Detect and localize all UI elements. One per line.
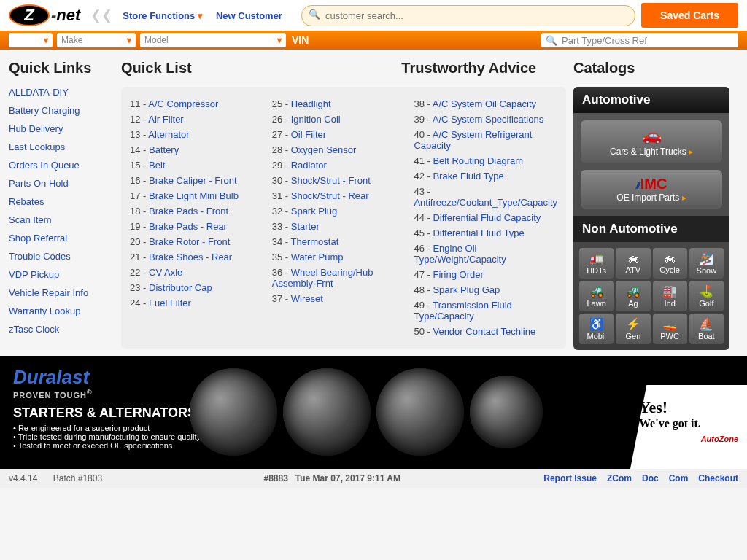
catalog-icon: 🏍 bbox=[654, 252, 686, 265]
list-link[interactable]: Spark Plug Gap bbox=[433, 284, 500, 295]
banner-title: STARTERS & ALTERNATORS bbox=[13, 405, 201, 421]
list-link[interactable]: Brake Pads - Rear bbox=[149, 221, 227, 232]
list-link[interactable]: Ignition Coil bbox=[291, 114, 341, 125]
list-link[interactable]: A/C Compressor bbox=[148, 98, 218, 109]
list-link[interactable]: Wheel Bearing/Hub Assembly-Frnt bbox=[272, 267, 374, 289]
catalog-icon: 🚜 bbox=[617, 284, 649, 298]
list-item: 18 - Brake Pads - Front bbox=[130, 206, 266, 217]
list-link[interactable]: Brake Rotor - Front bbox=[149, 236, 230, 247]
list-link[interactable]: Transmission Fluid Type/Capacity bbox=[414, 300, 511, 322]
catalog-icon: 🚤 bbox=[654, 317, 686, 331]
catalog-panel: Automotive 🚗 Cars & Light Trucks ▸ ///IM… bbox=[573, 87, 729, 350]
footer-link-doc[interactable]: Doc bbox=[642, 473, 659, 483]
list-item: 22 - CV Axle bbox=[130, 267, 266, 278]
catalog-cell-pwc[interactable]: 🚤PWC bbox=[653, 314, 687, 344]
quick-link[interactable]: Scan Item bbox=[9, 214, 114, 225]
quick-link[interactable]: Trouble Codes bbox=[9, 251, 114, 262]
list-link[interactable]: Brake Pads - Front bbox=[149, 206, 228, 217]
batch-label: Batch #1803 bbox=[53, 473, 102, 483]
back-icon[interactable]: ❮❮ bbox=[90, 7, 112, 23]
make-select[interactable]: Make▾ bbox=[57, 33, 136, 47]
list-link[interactable]: Battery bbox=[149, 144, 179, 155]
list-link[interactable]: Water Pump bbox=[291, 252, 344, 262]
list-link[interactable]: Brake Shoes - Rear bbox=[149, 252, 232, 262]
list-link[interactable]: Brake Fluid Type bbox=[433, 171, 503, 182]
list-link[interactable]: Shock/Strut - Rear bbox=[291, 190, 369, 201]
list-link[interactable]: CV Axle bbox=[149, 267, 182, 278]
list-link[interactable]: Wireset bbox=[291, 293, 323, 304]
quick-link[interactable]: Shop Referral bbox=[9, 233, 114, 244]
customer-search-input[interactable] bbox=[301, 5, 635, 26]
list-link[interactable]: Spark Plug bbox=[291, 206, 338, 217]
footer-link-report-issue[interactable]: Report Issue bbox=[543, 473, 597, 483]
list-link[interactable]: Vendor Contact Techline bbox=[433, 326, 535, 337]
catalog-cell-gen[interactable]: ⚡Gen bbox=[616, 314, 650, 344]
catalog-cell-boat[interactable]: ⛵Boat bbox=[689, 314, 724, 344]
quick-link[interactable]: Rebates bbox=[9, 196, 114, 207]
list-link[interactable]: A/C System Refrigerant Capacity bbox=[414, 129, 532, 151]
list-item: 29 - Radiator bbox=[272, 160, 409, 171]
catalog-cell-ind[interactable]: 🏭Ind bbox=[653, 281, 687, 311]
quick-link[interactable]: zTasc Clock bbox=[9, 324, 114, 335]
list-link[interactable]: Differential Fluid Capacity bbox=[433, 212, 541, 223]
quick-link[interactable]: Hub Delivery bbox=[9, 123, 114, 134]
list-item: 39 - A/C System Specifications bbox=[414, 114, 557, 125]
list-link[interactable]: Oxygen Sensor bbox=[291, 144, 357, 155]
catalog-icon: ♿ bbox=[581, 317, 612, 331]
quick-link[interactable]: Vehicle Repair Info bbox=[9, 287, 114, 298]
catalog-cell-cycle[interactable]: 🏍Cycle bbox=[653, 248, 687, 279]
list-link[interactable]: Headlight bbox=[291, 98, 331, 109]
quick-link[interactable]: VDP Pickup bbox=[9, 269, 114, 280]
list-link[interactable]: Engine Oil Type/Weight/Capacity bbox=[414, 243, 506, 265]
list-link[interactable]: Fuel Filter bbox=[149, 298, 191, 308]
quick-link[interactable]: Parts On Hold bbox=[9, 178, 114, 189]
catalog-icon: 🚛 bbox=[581, 252, 612, 265]
list-link[interactable]: Shock/Strut - Front bbox=[291, 175, 371, 186]
list-link[interactable]: Air Filter bbox=[148, 114, 183, 125]
quick-link[interactable]: Orders In Queue bbox=[9, 160, 114, 171]
catalog-cell-golf[interactable]: ⛳Golf bbox=[689, 281, 724, 311]
catalogs-section: Catalogs Automotive 🚗 Cars & Light Truck… bbox=[573, 60, 729, 350]
list-link[interactable]: Differential Fluid Type bbox=[433, 228, 524, 238]
footer-link-com[interactable]: Com bbox=[669, 473, 689, 483]
quick-link[interactable]: Last Lookups bbox=[9, 141, 114, 152]
list-link[interactable]: Brake Caliper - Front bbox=[149, 175, 237, 186]
list-item: 46 - Engine Oil Type/Weight/Capacity bbox=[414, 243, 557, 265]
list-link[interactable]: Belt Routing Diagram bbox=[433, 155, 523, 166]
model-select[interactable]: Model▾ bbox=[140, 33, 286, 47]
catalog-cell-lawn[interactable]: 🚜Lawn bbox=[579, 281, 614, 311]
catalog-cell-atv[interactable]: 🏍ATV bbox=[616, 248, 650, 279]
list-item: 42 - Brake Fluid Type bbox=[414, 171, 557, 182]
store-functions-link[interactable]: Store Functions ▾ bbox=[123, 10, 203, 21]
list-link[interactable]: Alternator bbox=[148, 129, 189, 140]
list-item: 26 - Ignition Coil bbox=[272, 114, 409, 125]
cars-trucks-button[interactable]: 🚗 Cars & Light Trucks ▸ bbox=[581, 120, 722, 163]
list-link[interactable]: Thermostat bbox=[291, 236, 339, 247]
list-link[interactable]: A/C System Specifications bbox=[433, 114, 543, 125]
oe-import-button[interactable]: ///IMC OE Import Parts ▸ bbox=[581, 170, 722, 209]
catalog-cell-hdts[interactable]: 🚛HDTs bbox=[579, 248, 614, 279]
list-link[interactable]: Radiator bbox=[291, 160, 327, 171]
catalog-cell-snow[interactable]: 🏂Snow bbox=[689, 248, 724, 279]
list-link[interactable]: Oil Filter bbox=[291, 129, 326, 140]
quick-link[interactable]: ALLDATA-DIY bbox=[9, 87, 114, 98]
list-link[interactable]: Distributor Cap bbox=[149, 282, 212, 293]
list-link[interactable]: Belt bbox=[149, 160, 165, 171]
arrow-right-icon: ▸ bbox=[682, 192, 686, 203]
catalog-cell-mobil[interactable]: ♿Mobil bbox=[579, 314, 614, 344]
list-link[interactable]: Antifreeze/Coolant_Type/Capacity bbox=[414, 197, 557, 208]
part-type-search[interactable]: 🔍Part Type/Cross Ref bbox=[541, 33, 738, 47]
catalog-cell-ag[interactable]: 🚜Ag bbox=[616, 281, 650, 311]
saved-carts-button[interactable]: Saved Carts bbox=[641, 3, 738, 28]
year-select[interactable]: ▾ bbox=[9, 33, 53, 47]
list-item: 13 - Alternator bbox=[130, 129, 266, 140]
list-link[interactable]: A/C System Oil Capacity bbox=[433, 98, 536, 109]
quick-link[interactable]: Battery Charging bbox=[9, 105, 114, 116]
footer-link-zcom[interactable]: ZCom bbox=[607, 473, 632, 483]
new-customer-link[interactable]: New Customer bbox=[216, 10, 282, 21]
list-link[interactable]: Firing Order bbox=[433, 269, 483, 280]
quick-link[interactable]: Warranty Lookup bbox=[9, 306, 114, 316]
list-link[interactable]: Starter bbox=[291, 221, 320, 232]
list-link[interactable]: Brake Light Mini Bulb bbox=[149, 190, 239, 201]
footer-link-checkout[interactable]: Checkout bbox=[698, 473, 738, 483]
